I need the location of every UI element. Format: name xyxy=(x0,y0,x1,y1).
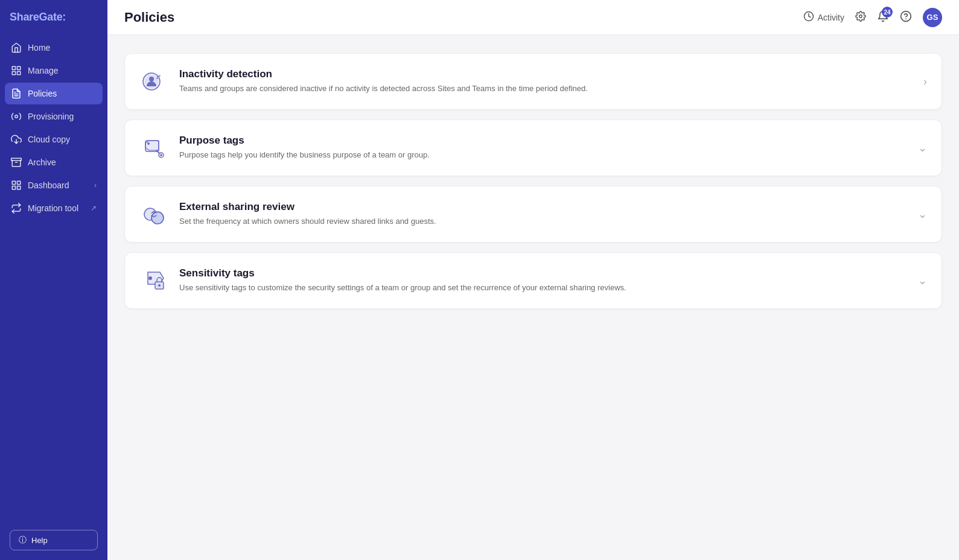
sensitivity-tags-title: Sensitivity tags xyxy=(179,267,907,279)
notification-badge: 24 xyxy=(882,7,893,18)
sidebar-item-cloud-copy-label: Cloud copy xyxy=(28,135,70,144)
policies-icon xyxy=(11,88,22,99)
inactivity-chevron-icon: › xyxy=(923,75,927,88)
policy-card-external-sharing[interactable]: External sharing review Set the frequenc… xyxy=(124,186,942,243)
external-sharing-info: External sharing review Set the frequenc… xyxy=(179,201,907,228)
sidebar-item-cloud-copy[interactable]: Cloud copy xyxy=(5,129,103,150)
svg-rect-13 xyxy=(12,186,15,189)
purpose-tags-title: Purpose tags xyxy=(179,135,907,147)
purpose-tags-icon xyxy=(139,133,168,162)
policies-content: z z Inactivity detection Teams and group… xyxy=(107,35,959,560)
avatar[interactable]: GS xyxy=(923,8,942,27)
sidebar-item-manage[interactable]: Manage xyxy=(5,60,103,81)
policy-card-purpose-tags[interactable]: Purpose tags Purpose tags help you ident… xyxy=(124,119,942,176)
cloud-copy-icon xyxy=(11,134,22,145)
header: Policies Activity 24 xyxy=(107,0,959,35)
svg-point-20 xyxy=(149,77,154,81)
header-actions: Activity 24 GS xyxy=(803,8,942,27)
archive-icon xyxy=(11,157,22,168)
app-name: ShareGate xyxy=(10,11,62,23)
svg-rect-3 xyxy=(12,72,15,75)
svg-rect-0 xyxy=(12,66,15,69)
svg-point-6 xyxy=(15,115,18,118)
external-link-icon: ↗ xyxy=(91,204,97,212)
svg-rect-1 xyxy=(18,66,21,69)
sidebar-item-dashboard[interactable]: Dashboard › xyxy=(5,174,103,196)
notifications-button[interactable]: 24 xyxy=(877,10,889,24)
sensitivity-tags-icon xyxy=(139,266,168,295)
page-title: Policies xyxy=(124,10,174,25)
inactivity-info: Inactivity detection Teams and groups ar… xyxy=(179,68,913,95)
svg-point-31 xyxy=(148,276,152,280)
activity-button[interactable]: Activity xyxy=(803,11,844,24)
sidebar-item-dashboard-label: Dashboard xyxy=(28,180,69,190)
help-button[interactable]: ⓘ Help xyxy=(10,530,98,550)
external-sharing-icon xyxy=(139,200,168,229)
purpose-tags-chevron-icon: ⌄ xyxy=(918,141,927,154)
svg-rect-8 xyxy=(11,158,22,161)
purpose-tags-desc: Purpose tags help you identify the busin… xyxy=(179,149,907,161)
sensitivity-tags-desc: Use sensitivity tags to customize the se… xyxy=(179,282,907,294)
external-sharing-title: External sharing review xyxy=(179,201,907,213)
sidebar-item-policies-label: Policies xyxy=(28,89,57,98)
sidebar-item-migration-tool[interactable]: Migration tool ↗ xyxy=(5,197,103,219)
migration-tool-icon xyxy=(11,203,22,214)
help-circle-icon: ⓘ xyxy=(19,535,27,546)
sidebar-item-provisioning[interactable]: Provisioning xyxy=(5,106,103,127)
sidebar-nav: Home Manage Policies Provisioning Cloud xyxy=(0,37,107,520)
sidebar-item-provisioning-label: Provisioning xyxy=(28,112,74,121)
sidebar-item-home-label: Home xyxy=(28,43,50,52)
activity-label: Activity xyxy=(818,13,844,22)
sidebar-item-manage-label: Manage xyxy=(28,66,59,75)
policy-card-sensitivity-tags[interactable]: Sensitivity tags Use sensitivity tags to… xyxy=(124,252,942,309)
dashboard-icon xyxy=(11,180,22,191)
inactivity-desc: Teams and groups are considered inactive… xyxy=(179,83,913,95)
external-sharing-chevron-icon: ⌄ xyxy=(918,208,927,221)
question-circle-icon xyxy=(900,10,912,24)
app-logo[interactable]: ShareGate: xyxy=(0,0,107,37)
svg-rect-10 xyxy=(12,181,15,184)
external-sharing-desc: Set the frequency at which owners should… xyxy=(179,215,907,228)
sidebar-item-policies[interactable]: Policies xyxy=(5,83,103,104)
chevron-down-icon: › xyxy=(94,181,97,189)
sidebar-item-archive[interactable]: Archive xyxy=(5,151,103,173)
sidebar-item-home[interactable]: Home xyxy=(5,37,103,59)
manage-icon xyxy=(11,65,22,76)
svg-rect-2 xyxy=(18,72,21,75)
sidebar-item-archive-label: Archive xyxy=(28,158,56,167)
svg-point-24 xyxy=(147,142,150,145)
app-suffix: : xyxy=(62,11,66,23)
svg-text:z: z xyxy=(159,74,161,77)
svg-point-15 xyxy=(859,15,862,18)
svg-rect-11 xyxy=(18,181,21,184)
svg-point-33 xyxy=(158,284,161,287)
gear-icon xyxy=(855,11,866,24)
avatar-initials: GS xyxy=(927,13,938,22)
clock-icon xyxy=(803,11,814,24)
sensitivity-tags-chevron-icon: ⌄ xyxy=(918,274,927,287)
sidebar-item-migration-tool-label: Migration tool xyxy=(28,203,78,213)
help-icon-button[interactable] xyxy=(900,10,912,24)
inactivity-icon: z z xyxy=(139,67,168,96)
svg-point-29 xyxy=(151,212,164,224)
sensitivity-tags-info: Sensitivity tags Use sensitivity tags to… xyxy=(179,267,907,294)
settings-button[interactable] xyxy=(855,11,866,24)
sidebar: ShareGate: Home Manage Policies Provisi xyxy=(0,0,107,560)
home-icon xyxy=(11,42,22,53)
inactivity-title: Inactivity detection xyxy=(179,68,913,80)
sidebar-footer: ⓘ Help xyxy=(0,520,107,560)
purpose-tags-info: Purpose tags Purpose tags help you ident… xyxy=(179,135,907,161)
policy-card-inactivity[interactable]: z z Inactivity detection Teams and group… xyxy=(124,53,942,110)
help-label: Help xyxy=(31,536,48,545)
svg-rect-12 xyxy=(18,186,21,189)
provisioning-icon xyxy=(11,111,22,122)
main-content: Policies Activity 24 xyxy=(107,0,959,560)
